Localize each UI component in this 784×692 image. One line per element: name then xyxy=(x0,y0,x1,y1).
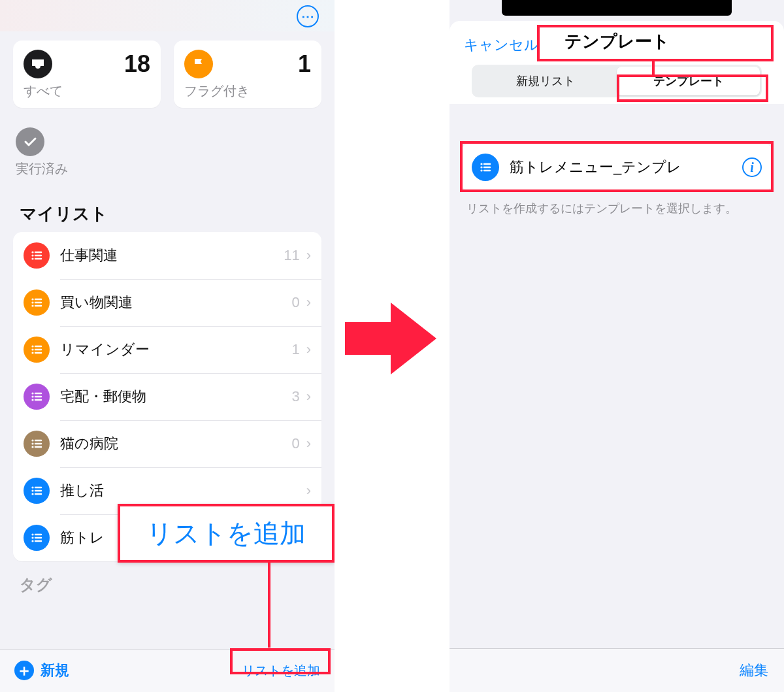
svg-point-37 xyxy=(31,536,33,538)
list-icon xyxy=(24,242,50,269)
card-flagged[interactable]: 1 フラグ付き xyxy=(174,41,321,108)
list-row[interactable]: 猫の病院 0 › xyxy=(13,420,321,467)
svg-point-7 xyxy=(31,301,33,303)
new-label: 新規 xyxy=(41,661,69,680)
card-done[interactable]: 実行済み xyxy=(13,118,167,186)
chevron-right-icon: › xyxy=(306,482,311,499)
sheet-body: 筋トレメニュー_テンプレ i リストを作成するにはテンプレートを選択します。 xyxy=(449,104,784,692)
segment-new-list[interactable]: 新規リスト xyxy=(474,67,617,95)
annotation-text: リストを追加 xyxy=(146,516,306,552)
svg-point-6 xyxy=(31,298,33,300)
card-flagged-label: フラグ付き xyxy=(184,82,311,100)
phone-left-reminders: ⋯ 18 すべて 1 フラグ付き xyxy=(0,0,335,692)
more-button[interactable]: ⋯ xyxy=(297,5,319,27)
svg-point-44 xyxy=(480,166,482,168)
chevron-right-icon: › xyxy=(306,247,311,264)
svg-point-12 xyxy=(31,345,33,347)
card-flagged-count: 1 xyxy=(298,50,311,78)
card-done-label: 実行済み xyxy=(16,160,157,178)
svg-point-0 xyxy=(31,251,33,253)
list-name: 買い物関連 xyxy=(60,293,291,312)
list-count: 3 xyxy=(291,388,299,405)
segmented-control[interactable]: 新規リスト テンプレート xyxy=(472,65,762,97)
list-icon xyxy=(24,289,50,316)
summary-cards-2: 実行済み xyxy=(0,108,335,186)
chevron-right-icon: › xyxy=(306,341,311,358)
annotation-connector xyxy=(268,563,270,648)
hint-text: リストを作成するにはテンプレートを選択します。 xyxy=(449,191,784,225)
svg-point-14 xyxy=(31,352,33,354)
list-icon xyxy=(24,478,50,504)
list-icon xyxy=(24,525,50,551)
plus-circle-icon: ＋ xyxy=(14,661,34,680)
new-reminder-button[interactable]: ＋ 新規 xyxy=(14,661,69,680)
flag-icon xyxy=(184,50,213,78)
list-count: 0 xyxy=(291,435,299,452)
list-icon xyxy=(24,431,50,457)
nav-blur: ⋯ xyxy=(0,0,335,31)
info-button[interactable]: i xyxy=(742,157,762,177)
list-row[interactable]: 仕事関連 11 › xyxy=(13,232,321,279)
annotation-connector xyxy=(652,61,655,76)
inbox-icon xyxy=(24,50,52,78)
cancel-button[interactable]: キャンセル xyxy=(464,35,539,55)
card-all-count: 18 xyxy=(124,50,150,78)
ellipsis-icon: ⋯ xyxy=(301,8,315,24)
list-icon xyxy=(472,154,499,181)
svg-point-20 xyxy=(31,399,33,401)
chevron-right-icon: › xyxy=(306,294,311,311)
list-row[interactable]: リマインダー 1 › xyxy=(13,326,321,373)
card-all[interactable]: 18 すべて xyxy=(13,41,161,108)
svg-point-36 xyxy=(31,533,33,535)
template-item[interactable]: 筋トレメニュー_テンプレ i xyxy=(461,143,772,191)
card-all-label: すべて xyxy=(24,82,150,100)
add-list-button[interactable]: リストを追加 xyxy=(242,662,320,680)
list-name: 仕事関連 xyxy=(60,246,284,265)
section-tags-partial: タグ xyxy=(0,561,335,602)
svg-point-13 xyxy=(31,348,33,350)
bottom-toolbar: ＋ 新規 リストを追加 xyxy=(0,650,335,692)
svg-point-31 xyxy=(31,489,33,491)
list-name: リマインダー xyxy=(60,340,291,359)
sheet-header: キャンセル テンプレート 新規リスト テンプレート xyxy=(449,21,784,104)
svg-point-43 xyxy=(480,163,482,165)
list-name: 推し活 xyxy=(60,481,300,501)
svg-point-30 xyxy=(31,486,33,488)
svg-point-45 xyxy=(480,169,482,171)
list-name: 宅配・郵便物 xyxy=(60,387,291,406)
segment-template[interactable]: テンプレート xyxy=(617,67,760,95)
list-row[interactable]: 宅配・郵便物 3 › xyxy=(13,373,321,420)
svg-point-24 xyxy=(31,439,33,441)
chevron-right-icon: › xyxy=(306,388,311,405)
list-icon xyxy=(24,384,50,410)
list-count: 11 xyxy=(284,247,299,264)
chevron-right-icon: › xyxy=(306,435,311,452)
svg-point-25 xyxy=(31,442,33,444)
svg-point-38 xyxy=(31,540,33,542)
list-row[interactable]: 買い物関連 0 › xyxy=(13,279,321,326)
svg-point-2 xyxy=(31,257,33,259)
list-count: 0 xyxy=(291,294,299,311)
bottom-toolbar: 編集 xyxy=(449,648,784,692)
annotation-arrow-icon xyxy=(345,299,436,378)
check-icon xyxy=(16,127,44,156)
svg-marker-42 xyxy=(345,303,436,374)
phone-right-template-sheet: キャンセル テンプレート 新規リスト テンプレート 筋トレメニュー_テンプレ i… xyxy=(449,0,784,692)
svg-point-32 xyxy=(31,493,33,495)
svg-point-19 xyxy=(31,395,33,397)
svg-point-1 xyxy=(31,254,33,256)
svg-point-8 xyxy=(31,305,33,306)
summary-cards: 18 すべて 1 フラグ付き xyxy=(0,31,335,108)
section-mylists: マイリスト xyxy=(0,186,335,232)
list-icon xyxy=(24,337,50,363)
edit-button[interactable]: 編集 xyxy=(740,661,768,680)
svg-point-26 xyxy=(31,446,33,448)
list-count: 1 xyxy=(291,341,299,358)
annotation-callout: リストを追加 xyxy=(118,504,335,563)
svg-point-18 xyxy=(31,392,33,394)
template-name: 筋トレメニュー_テンプレ xyxy=(510,157,742,177)
list-name: 猫の病院 xyxy=(60,434,291,453)
status-bar-notch xyxy=(502,0,732,16)
